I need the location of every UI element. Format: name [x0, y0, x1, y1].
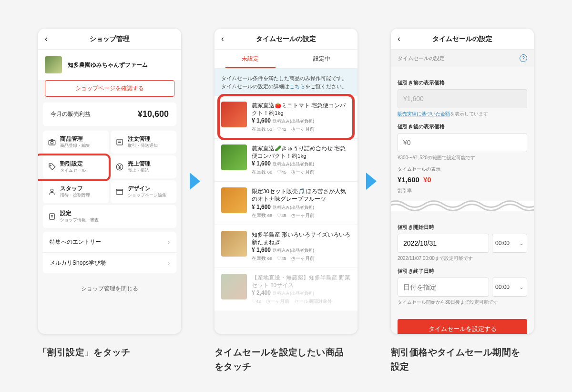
product-image — [221, 187, 247, 213]
label-end: 値引き終了日時 — [398, 268, 527, 275]
menu-grid: 商品管理商品登録・編集 注文管理取引・発送通知 割引設定タイムセール — [43, 131, 176, 228]
product-item[interactable]: 農家直送🥒きゅうり詰め合わせ 宅急便コンパクト！約1kg ¥ 1,600送料込み… — [214, 139, 358, 182]
grid-item-settings[interactable]: 設定ショップ情報・審査 — [43, 205, 176, 228]
product-image — [221, 274, 247, 299]
strike-price: ¥1,600 — [398, 175, 419, 184]
shop-name: 知多農園ゆみちゃんずファーム — [68, 61, 148, 69]
header-title: タイムセールの設定 — [432, 35, 492, 43]
svg-point-5 — [50, 165, 51, 166]
link-list: 特集へのエントリー › メルカリShops学び場 › — [43, 232, 176, 273]
section-header: タイムセールの設定 ? — [391, 50, 534, 67]
profit-card: 今月の販売利益 ¥10,600 — [43, 103, 176, 126]
grid-item-staff[interactable]: スタッフ招待・役割管理 — [43, 180, 109, 203]
input-end-date[interactable] — [398, 278, 489, 297]
product-image — [221, 231, 247, 257]
label-after-price: 値引き後の表示価格 — [398, 123, 527, 130]
header: ‹ ショップ管理 — [38, 29, 181, 50]
input-before-price — [398, 89, 527, 108]
close-management-button[interactable]: ショップ管理を閉じる — [38, 278, 181, 299]
back-icon[interactable]: ‹ — [45, 34, 48, 44]
camera-icon — [48, 138, 56, 146]
svg-rect-0 — [49, 140, 55, 145]
info-banner: タイムセール条件を満たした商品のみ操作可能です。タイムセールの設定の詳細はこちら… — [214, 69, 358, 96]
shop-avatar — [45, 56, 62, 73]
chevron-down-icon: ⌄ — [519, 240, 524, 247]
submit-button[interactable]: タイムセールを設定する — [398, 319, 527, 334]
header: ‹ タイムセールの設定 — [391, 29, 534, 50]
tab-unset[interactable]: 未設定 — [214, 50, 286, 68]
input-start-date[interactable] — [398, 234, 489, 253]
product-item[interactable]: 農家直送🍅ミニトマト 宅急便コンパクト！約1kg ¥ 1,600送料込み(出品者… — [214, 96, 358, 139]
product-item-disabled: 【産地直送・無農薬】知多半島産 野菜セット 80サイズ ¥ 2,400送料込み(… — [214, 268, 358, 311]
hint-end: タイムセール開始から30日後まで設定可能です — [398, 299, 527, 306]
tab-set[interactable]: 設定中 — [286, 50, 358, 68]
view-shop-button[interactable]: ショップページを確認する — [45, 80, 174, 97]
svg-point-7 — [51, 189, 53, 191]
chevron-right-icon: › — [168, 260, 170, 267]
caption-2: タイムセールを設定したい商品をタッチ — [214, 345, 348, 374]
label-start: 値引き開始日時 — [398, 224, 527, 231]
header: ‹ タイムセールの設定 — [214, 29, 358, 50]
phone-timesale-form: ‹ タイムセールの設定 タイムセールの設定 ? 値引き前の表示価格 販売実績に基… — [391, 29, 534, 334]
tag-icon — [48, 163, 56, 171]
shop-info: 知多農園ゆみちゃんずファーム — [38, 50, 181, 80]
rate-label: 割引率 — [398, 187, 527, 194]
back-icon[interactable]: ‹ — [398, 34, 400, 44]
label-before-price: 値引き前の表示価格 — [398, 79, 527, 86]
caption-1: 「割引設定」をタッチ — [38, 345, 200, 360]
product-image — [221, 102, 247, 127]
link-entry[interactable]: 特集へのエントリー › — [43, 232, 176, 253]
product-item[interactable]: 知多半島産 形いろいろサイズいろいろ 新たまねぎ ¥ 1,600送料込み(出品者… — [214, 225, 358, 268]
price-preview: ¥1,600 ¥0 — [398, 175, 527, 184]
shop-icon — [115, 187, 124, 196]
profit-amount: ¥10,600 — [138, 109, 169, 119]
svg-point-1 — [51, 142, 53, 144]
help-icon[interactable]: ? — [520, 54, 527, 62]
list-icon — [115, 138, 124, 146]
hint-after: ¥300〜¥1,520の範囲で設定可能です — [398, 155, 527, 161]
phone-shop-management: ‹ ショップ管理 知多農園ゆみちゃんずファーム ショップページを確認する 今月の… — [38, 29, 181, 334]
person-icon — [48, 187, 56, 196]
header-title: タイムセールの設定 — [256, 35, 316, 43]
back-icon[interactable]: ‹ — [221, 34, 224, 44]
arrow-icon — [366, 173, 377, 190]
grid-item-orders[interactable]: 注文管理取引・発送通知 — [111, 131, 176, 154]
input-after-price[interactable] — [398, 133, 527, 152]
caption-3: 割引価格やタイムセール期間を設定 — [391, 345, 524, 374]
select-end-time[interactable]: 00:00⌄ — [492, 278, 527, 297]
svg-rect-8 — [50, 214, 55, 219]
doc-icon — [48, 212, 56, 221]
product-list: 農家直送🍅ミニトマト 宅急便コンパクト！約1kg ¥ 1,600送料込み(出品者… — [214, 96, 358, 311]
arrow-icon — [190, 173, 200, 190]
phone-timesale-list: ‹ タイムセールの設定 未設定 設定中 タイムセール条件を満たした商品のみ操作可… — [214, 29, 358, 334]
link-academy[interactable]: メルカリShops学び場 › — [43, 253, 176, 273]
profit-label: 今月の販売利益 — [51, 110, 91, 118]
hint-link[interactable]: 販売実績に基づいた金額 — [398, 111, 450, 116]
chevron-right-icon: › — [168, 239, 170, 246]
yen-icon — [115, 163, 124, 171]
hint-before: 販売実績に基づいた金額を表示しています — [398, 111, 527, 117]
product-image — [221, 144, 247, 170]
grid-item-sales[interactable]: 売上管理売上・振込 — [111, 155, 176, 178]
select-start-time[interactable]: 00:00⌄ — [492, 234, 527, 253]
svg-rect-2 — [117, 139, 123, 145]
grid-item-discount[interactable]: 割引設定タイムセール — [43, 155, 109, 178]
grid-item-products[interactable]: 商品管理商品登録・編集 — [43, 131, 109, 154]
chevron-down-icon: ⌄ — [519, 284, 524, 290]
hint-start: 2022/11/07 00:00まで設定可能です — [398, 255, 527, 262]
display-label: タイムセールの表示 — [398, 166, 527, 173]
tabs: 未設定 設定中 — [214, 50, 358, 69]
grid-item-design[interactable]: デザインショップページ編集 — [111, 180, 176, 203]
new-price: ¥0 — [423, 175, 431, 184]
header-title: ショップ管理 — [90, 35, 130, 43]
product-item[interactable]: 限定30セット販売🎵 ほろ苦さが人気のオトナ味グレープフルーツ ¥ 1,600送… — [214, 182, 358, 225]
info-link[interactable]: こちら — [289, 83, 305, 89]
torn-divider — [391, 201, 534, 211]
